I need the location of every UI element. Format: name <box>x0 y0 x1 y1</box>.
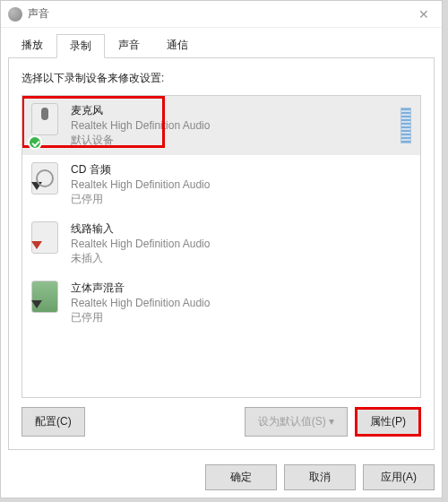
down-arrow-icon <box>29 179 45 195</box>
device-sub: Realtek High Definition Audio <box>71 297 411 309</box>
app-icon <box>8 7 22 22</box>
device-status: 未插入 <box>71 251 411 266</box>
device-sub: Realtek High Definition Audio <box>71 119 392 132</box>
device-sub: Realtek High Definition Audio <box>71 178 411 191</box>
device-line-in[interactable]: 线路输入 Realtek High Definition Audio 未插入 <box>22 214 420 273</box>
sound-dialog: 声音 ✕ 播放 录制 声音 通信 选择以下录制设备来修改设置: 麦克风 Real… <box>0 0 443 498</box>
device-status: 已停用 <box>71 310 411 325</box>
stereomix-icon <box>31 281 58 313</box>
window-title: 声音 <box>28 6 413 22</box>
ok-button[interactable]: 确定 <box>205 464 277 490</box>
instruction-text: 选择以下录制设备来修改设置: <box>22 71 421 86</box>
device-status: 默认设备 <box>71 133 392 148</box>
dialog-actions: 确定 取消 应用(A) <box>1 457 442 498</box>
linein-icon <box>31 221 58 254</box>
device-microphone[interactable]: 麦克风 Realtek High Definition Audio 默认设备 <box>22 96 420 155</box>
microphone-icon <box>31 103 58 135</box>
tab-strip: 播放 录制 声音 通信 <box>1 28 442 57</box>
set-default-label: 设为默认值(S) <box>258 415 326 428</box>
device-stereo-mix[interactable]: 立体声混音 Realtek High Definition Audio 已停用 <box>22 273 420 333</box>
tab-sounds[interactable]: 声音 <box>105 33 153 57</box>
set-default-button[interactable]: 设为默认值(S) ▾ <box>245 407 348 437</box>
device-status: 已停用 <box>71 192 411 207</box>
list-action-bar: 配置(C) 设为默认值(S) ▾ 属性(P) <box>22 398 421 437</box>
device-name: CD 音频 <box>71 162 411 177</box>
configure-button[interactable]: 配置(C) <box>22 407 85 437</box>
apply-button[interactable]: 应用(A) <box>363 464 435 490</box>
tab-body: 选择以下录制设备来修改设置: 麦克风 Realtek High Definiti… <box>8 57 435 450</box>
down-arrow-icon <box>29 298 45 314</box>
device-name: 立体声混音 <box>71 281 411 296</box>
close-icon[interactable]: ✕ <box>413 5 435 23</box>
device-list: 麦克风 Realtek High Definition Audio 默认设备 C… <box>22 95 421 398</box>
down-arrow-red-icon <box>29 238 45 255</box>
tab-recording[interactable]: 录制 <box>56 34 105 58</box>
device-cd-audio[interactable]: CD 音频 Realtek High Definition Audio 已停用 <box>22 155 420 214</box>
chevron-down-icon: ▾ <box>329 415 334 428</box>
tab-playback[interactable]: 播放 <box>8 33 56 57</box>
cd-icon <box>31 162 58 195</box>
tab-communications[interactable]: 通信 <box>153 33 202 57</box>
device-name: 麦克风 <box>71 103 392 118</box>
level-meter <box>401 108 411 143</box>
device-sub: Realtek High Definition Audio <box>71 238 411 250</box>
device-name: 线路输入 <box>71 221 411 237</box>
properties-button[interactable]: 属性(P) <box>355 407 421 437</box>
titlebar: 声音 ✕ <box>1 1 442 28</box>
cancel-button[interactable]: 取消 <box>284 464 356 490</box>
default-check-icon <box>28 135 42 150</box>
